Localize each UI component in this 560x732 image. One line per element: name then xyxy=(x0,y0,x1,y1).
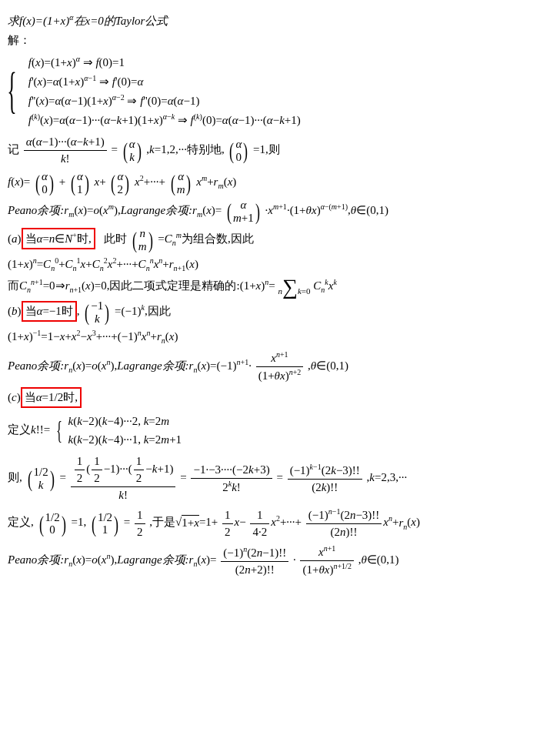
case-c-remainder: Peano余项:rn(x)=o(xn),Lagrange余项:rn(x)= (−… xyxy=(8,543,552,578)
fx-expansion: f(x)= (α0) + (α1) x+ (α2) x2+···+ (αm) x… xyxy=(8,170,552,196)
case-b-box: 当α=−1时 xyxy=(22,301,77,322)
double-factorial-def: 定义k!!= { k(k−2)(k−4)···2, k=2m k(k−2)(k−… xyxy=(8,411,552,450)
case-a-expansion: (1+x)n=Cn0+Cn1x+Cn2x2+···+Cnnxn+rn+1(x) xyxy=(8,256,552,274)
half-definition-expand: 定义, (1/20) =1, (1/21) = 12 ,于是√1+x=1+ 12… xyxy=(8,506,552,540)
case-c-box: 当α=1/2时, xyxy=(21,387,82,408)
problem-title: 求f(x)=(1+x)α在x=0的Taylor公式 xyxy=(8,12,552,29)
case-b-expansion: (1+x)−1=1−x+x2−x3+···+(−1)nxn+rn(x) xyxy=(8,328,552,346)
binom-definition: 记 α(α−1)···(α−k+1) k! = (αk) ,k=1,2,···特… xyxy=(8,134,552,167)
deriv-2: f''(x)=α(α−1)(1+x)α−2 ⇒ f''(0)=α(α−1) xyxy=(28,92,301,109)
half-binom-eval: 则, (1/2k) = 12(12−1)···(12−k+1) k! = −1·… xyxy=(8,453,552,503)
case-a-header: (a)当α=n∈N+时, 此时 (nm) =Cnm为组合数,因此 xyxy=(8,227,552,252)
peano-lagrange-remainder-general: Peano余项:rm(x)=o(xm),Lagrange余项:rm(x)= (α… xyxy=(8,199,552,224)
derivative-block: { f(x)=(1+x)α ⇒ f(0)=1 f'(x)=α(1+x)α−1 ⇒… xyxy=(8,52,552,131)
deriv-1: f'(x)=α(1+x)α−1 ⇒ f'(0)=α xyxy=(28,73,301,90)
case-a-exact: 而Cnn+1=0⇒rn+1(x)=0,因此二项式定理是精确的:(1+x)n= n… xyxy=(8,277,552,296)
case-b-header: (b)当α=−1时, (−1k) =(−1)k,因此 xyxy=(8,299,552,325)
case-c-header: (c)当α=1/2时, xyxy=(8,387,552,408)
deriv-0: f(x)=(1+x)α ⇒ f(0)=1 xyxy=(28,54,301,71)
solution-label: 解： xyxy=(8,32,552,48)
case-a-box: 当α=n∈N+时, xyxy=(22,228,95,249)
case-b-remainder: Peano余项:rn(x)=o(xn),Lagrange余项:rn(x)=(−1… xyxy=(8,349,552,384)
deriv-k: f(k)(x)=α(α−1)···(α−k+1)(1+x)α−k ⇒ f(k)(… xyxy=(28,112,301,129)
